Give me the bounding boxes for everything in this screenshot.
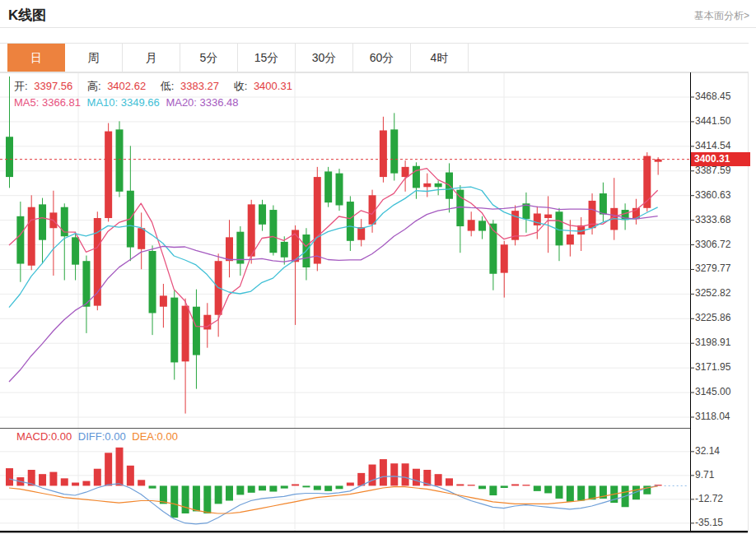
tab-4时[interactable]: 4时 — [411, 44, 469, 72]
interval-tab-bar: 日周月5分15分30分60分4时 — [0, 43, 749, 72]
tab-15分[interactable]: 15分 — [238, 44, 296, 72]
kline-chart-area[interactable]: 开: 3397.56 高: 3402.62 低: 3383.27 收: 3400… — [0, 0, 756, 534]
kline-chart-canvas[interactable] — [0, 0, 756, 534]
tab-月[interactable]: 月 — [123, 44, 180, 72]
kline-widget: K线图 基本面分析> 日周月5分15分30分60分4时 开: 3397.56 高… — [0, 0, 756, 534]
tab-30分[interactable]: 30分 — [296, 44, 353, 72]
tab-日[interactable]: 日 — [7, 44, 65, 72]
tab-周[interactable]: 周 — [65, 44, 123, 72]
tab-5分[interactable]: 5分 — [180, 44, 238, 72]
tab-60分[interactable]: 60分 — [353, 44, 411, 72]
